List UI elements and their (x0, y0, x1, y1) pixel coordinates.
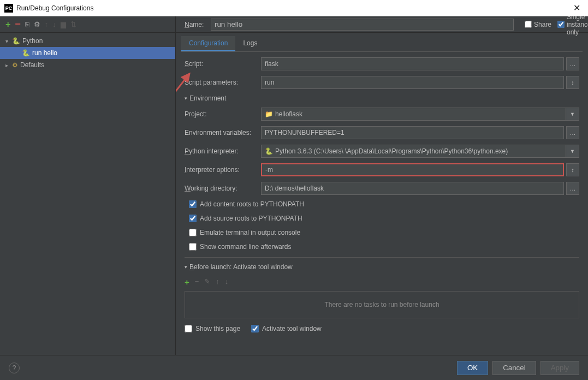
remove-config-button[interactable]: − (15, 19, 21, 30)
interp-options-label: Interpreter options: (185, 166, 261, 174)
cancel-button[interactable]: Cancel (492, 361, 536, 375)
expand-params-button[interactable]: ↕ (566, 76, 579, 89)
activate-tool-window-label: Activate tool window (262, 325, 322, 333)
project-dropdown-icon[interactable]: ▼ (566, 108, 579, 121)
window-titlebar: PC Run/Debug Configurations ✕ (0, 0, 588, 16)
add-source-roots-checkbox[interactable] (189, 215, 197, 222)
tree-label: Defaults (20, 61, 44, 69)
tree-label: run hello (32, 49, 57, 57)
task-up-button[interactable]: ↑ (216, 277, 219, 287)
python-icon: 🐍 (265, 147, 273, 155)
config-tree: ▾ 🐍 Python 🐍 run hello ▸ ⚙ Defaults (0, 33, 175, 355)
edit-envvars-button[interactable]: … (566, 126, 579, 139)
chevron-down-icon: ▾ (5, 38, 12, 44)
before-launch-header[interactable]: ▾ Before launch: Activate tool window (185, 263, 579, 271)
show-cmd-label: Show command line afterwards (200, 243, 291, 251)
script-params-label: Script parameters: (185, 79, 261, 86)
show-this-page-checkbox[interactable] (185, 325, 192, 333)
close-icon[interactable]: ✕ (570, 3, 584, 13)
project-label: Project: (185, 110, 261, 118)
chevron-down-icon: ▾ (185, 264, 187, 270)
show-this-page-label: Show this page (195, 325, 240, 333)
script-params-input[interactable]: run (261, 76, 564, 89)
browse-workdir-button[interactable]: … (566, 182, 579, 195)
move-up-icon[interactable]: ↑ (45, 20, 49, 28)
interpreter-select[interactable]: 🐍Python 3.6.3 (C:\Users\ \AppData\Local\… (261, 145, 566, 158)
share-checkbox[interactable]: Share (525, 21, 547, 28)
add-config-button[interactable]: + (5, 20, 10, 29)
tree-label: Python (22, 37, 43, 45)
emulate-terminal-checkbox[interactable] (189, 229, 197, 236)
expand-interp-options-button[interactable]: ↕ (566, 163, 579, 176)
add-content-roots-label: Add content roots to PYTHONPATH (200, 200, 304, 208)
add-source-roots-label: Add source roots to PYTHONPATH (200, 215, 302, 222)
envvars-label: Environment variables: (185, 129, 261, 136)
workdir-label: Working directory: (185, 185, 261, 192)
name-label: Name: (185, 21, 206, 28)
emulate-terminal-label: Emulate terminal in output console (200, 229, 300, 236)
empty-tasks-label: There are no tasks to run before launch (324, 301, 439, 308)
interpreter-label: Python interpreter: (185, 147, 261, 155)
folder-icon[interactable]: ▆ (61, 20, 66, 28)
browse-script-button[interactable]: … (566, 57, 579, 70)
tree-node-run-hello[interactable]: 🐍 run hello (0, 47, 175, 59)
sort-icon[interactable]: ⇅ (70, 20, 76, 28)
chevron-down-icon: ▾ (185, 96, 187, 101)
interpreter-dropdown-icon[interactable]: ▼ (566, 145, 579, 158)
add-task-button[interactable]: + (185, 277, 189, 287)
script-label: Script: (185, 60, 261, 68)
wrench-icon: ⚙ (12, 61, 18, 69)
add-content-roots-checkbox[interactable] (189, 200, 197, 208)
task-down-button[interactable]: ↓ (225, 277, 229, 287)
tree-node-defaults[interactable]: ▸ ⚙ Defaults (0, 59, 175, 71)
chevron-right-icon: ▸ (5, 62, 12, 68)
remove-task-button[interactable]: − (195, 277, 199, 287)
tree-toolbar: + − ⎘ ⚙︎ ↑ ↓ ▆ ⇅ (0, 16, 175, 33)
help-button[interactable]: ? (9, 363, 20, 373)
edit-task-button[interactable]: ✎ (204, 277, 210, 287)
workdir-input[interactable]: D:\ demos\helloflask (261, 182, 564, 195)
apply-button[interactable]: Apply (541, 361, 579, 375)
envvars-input[interactable]: PYTHONUNBUFFERED=1 (261, 126, 564, 139)
python-icon: 🐍 (22, 49, 30, 57)
pycharm-icon: PC (4, 4, 13, 13)
interp-options-input[interactable]: -m (261, 163, 564, 176)
python-icon: 🐍 (12, 37, 20, 45)
show-cmd-checkbox[interactable] (189, 243, 197, 251)
folder-icon: 📁 (265, 110, 273, 118)
project-select[interactable]: 📁helloflask (261, 108, 566, 121)
tab-logs[interactable]: Logs (235, 36, 265, 51)
configurations-tree-panel: + − ⎘ ⚙︎ ↑ ↓ ▆ ⇅ ▾ 🐍 Python 🐍 run hello … (0, 16, 176, 355)
move-down-icon[interactable]: ↓ (52, 20, 56, 28)
tree-node-python[interactable]: ▾ 🐍 Python (0, 35, 175, 47)
ok-button[interactable]: OK (457, 361, 488, 375)
tab-configuration[interactable]: Configuration (181, 36, 235, 51)
single-instance-checkbox[interactable]: Single instance only (557, 16, 579, 36)
copy-config-icon[interactable]: ⎘ (25, 20, 29, 28)
settings-icon[interactable]: ⚙︎ (34, 20, 40, 28)
config-name-input[interactable] (211, 19, 514, 31)
script-input[interactable]: flask (261, 57, 564, 70)
window-title: Run/Debug Configurations (16, 4, 570, 12)
activate-tool-window-checkbox[interactable] (251, 325, 259, 333)
before-launch-tasks-list: There are no tasks to run before launch (185, 291, 579, 318)
environment-section-header[interactable]: ▾ Environment (185, 94, 579, 102)
